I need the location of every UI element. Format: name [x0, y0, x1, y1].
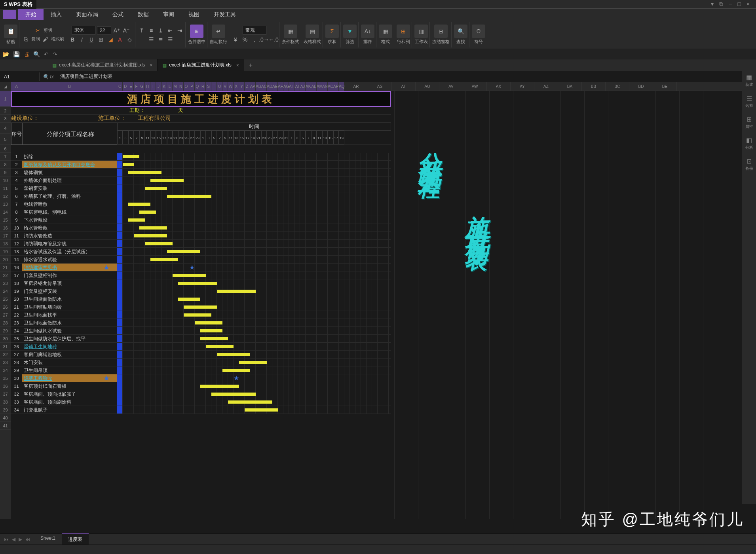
- col-header[interactable]: F: [134, 82, 139, 91]
- row-header[interactable]: 22: [0, 271, 11, 279]
- col-header[interactable]: AP: [333, 82, 339, 91]
- align-bot-icon[interactable]: ⤓: [157, 27, 165, 34]
- col-header[interactable]: C: [117, 82, 123, 91]
- task-name-cell[interactable]: 客房轻钢龙骨吊顶: [22, 279, 117, 287]
- fx-icon[interactable]: 🔍 fx: [40, 72, 57, 81]
- file-menu-icon[interactable]: [3, 10, 16, 19]
- menu-公式[interactable]: 公式: [105, 9, 131, 20]
- col-header[interactable]: U: [217, 82, 222, 91]
- task-name-cell[interactable]: 客房墙面、顶面批嵌腻子: [22, 390, 117, 398]
- task-row[interactable]: 18客房轻钢龙骨吊顶: [11, 279, 391, 287]
- dec-dec-icon[interactable]: ←.0: [270, 36, 277, 44]
- task-row[interactable]: 13给水管试压及保温（分层试压）: [11, 248, 391, 256]
- col-header[interactable]: AZ: [534, 82, 558, 91]
- freeze-icon[interactable]: ⊟: [434, 25, 448, 38]
- row-header[interactable]: 15: [0, 216, 11, 224]
- fill-color-icon[interactable]: ◢: [106, 36, 114, 44]
- task-row[interactable]: 7电线管暗敷: [11, 200, 391, 208]
- find-icon[interactable]: 🔍: [454, 25, 467, 38]
- window-maximize-icon[interactable]: □: [737, 1, 741, 8]
- sheet-tab[interactable]: Sheet1: [34, 533, 62, 545]
- copy-icon[interactable]: ⎘: [22, 35, 30, 43]
- task-name-cell[interactable]: 墙体砌筑: [22, 169, 117, 176]
- indent-dec-icon[interactable]: ⇤: [166, 27, 174, 34]
- filter-icon[interactable]: ▼: [343, 25, 357, 38]
- col-header[interactable]: AL: [311, 82, 317, 91]
- panel-分析[interactable]: ◧分析: [745, 137, 753, 150]
- col-header[interactable]: AV: [439, 82, 463, 91]
- sheet-nav-next-icon[interactable]: ▶: [19, 537, 22, 542]
- font-shrink-icon[interactable]: A⁻: [122, 27, 130, 34]
- font-size-select[interactable]: 22: [97, 27, 111, 34]
- task-name-cell[interactable]: 客房穿电线、弱电线: [22, 208, 117, 216]
- col-header[interactable]: BB: [582, 82, 606, 91]
- row-header[interactable]: 10: [0, 176, 11, 184]
- task-row[interactable]: 29卫生间吊顶: [11, 366, 391, 374]
- task-row[interactable]: 21卫生间铺贴墙面砖: [11, 303, 391, 311]
- tab-add-icon[interactable]: +: [244, 59, 257, 71]
- row-header[interactable]: 41: [0, 422, 11, 430]
- info-row[interactable]: 建设单位：施工单位：工程有限公司: [11, 115, 391, 123]
- col-header[interactable]: AN: [322, 82, 328, 91]
- col-header[interactable]: AG: [283, 82, 289, 91]
- row-header[interactable]: 21: [0, 264, 11, 271]
- task-row[interactable]: 2图纸复核及确认及召开项目交底会: [11, 161, 391, 169]
- sheet-nav-last-icon[interactable]: ⏭: [25, 537, 30, 542]
- qa-save-icon[interactable]: 💾: [13, 51, 20, 57]
- col-header[interactable]: R: [200, 82, 206, 91]
- task-name-cell[interactable]: 客房门廊铺贴地板: [22, 351, 117, 358]
- task-row[interactable]: 10给水管暗敷: [11, 224, 391, 232]
- qa-print-icon[interactable]: 🖨: [24, 51, 29, 57]
- panel-属性[interactable]: ⊞属性: [745, 116, 753, 129]
- paste-icon[interactable]: 📋: [4, 25, 17, 38]
- sum-icon[interactable]: Σ: [325, 25, 339, 38]
- row-header[interactable]: 2: [0, 107, 11, 115]
- col-header[interactable]: P: [189, 82, 195, 91]
- col-header[interactable]: T: [211, 82, 217, 91]
- row-header[interactable]: 26: [0, 303, 11, 311]
- task-name-cell[interactable]: 消防弱电布管及穿线: [22, 240, 117, 247]
- col-header[interactable]: Y: [239, 82, 245, 91]
- spreadsheet-grid[interactable]: 酒店项目施工进度计划表 工期：天建设单位：施工单位：工程有限公司序号分部分项工程…: [11, 91, 756, 519]
- symbol-icon[interactable]: Ω: [472, 25, 485, 38]
- col-header[interactable]: AA: [250, 82, 256, 91]
- condformat-icon[interactable]: ▦: [284, 25, 297, 38]
- panel-选择[interactable]: ☰选择: [745, 95, 753, 108]
- col-header[interactable]: G: [139, 82, 145, 91]
- underline-icon[interactable]: U: [87, 36, 95, 44]
- formatpainter-icon[interactable]: 🖌: [42, 35, 49, 43]
- task-row[interactable]: 26湿铺卫生间地砖: [11, 343, 391, 351]
- task-row[interactable]: 5塑钢窗安装: [11, 184, 391, 192]
- task-row[interactable]: 24卫生间做闭水试验: [11, 327, 391, 335]
- formula-value[interactable]: 酒店项目施工进度计划表: [57, 72, 116, 82]
- col-header[interactable]: BE: [653, 82, 677, 91]
- row-header[interactable]: 14: [0, 208, 11, 216]
- col-header[interactable]: AK: [306, 82, 311, 91]
- col-header[interactable]: Z: [245, 82, 250, 91]
- task-name-cell[interactable]: 客房顶封纸面石膏板: [22, 382, 117, 390]
- task-name-cell[interactable]: 卫生间铺贴墙面砖: [22, 303, 117, 311]
- qa-preview-icon[interactable]: 🔍: [33, 51, 40, 57]
- font-grow-icon[interactable]: A⁺: [113, 27, 121, 34]
- menu-视图[interactable]: 视图: [181, 9, 207, 20]
- col-header[interactable]: AH: [289, 82, 294, 91]
- indent-inc-icon[interactable]: ⇥: [176, 27, 184, 34]
- task-name-cell[interactable]: 卫生间地面做防水: [22, 319, 117, 326]
- task-name-cell[interactable]: 拆除: [22, 153, 117, 160]
- task-name-cell[interactable]: 电线管暗敷: [22, 200, 117, 208]
- col-header[interactable]: I: [150, 82, 156, 91]
- qa-redo-icon[interactable]: ↷: [53, 51, 57, 57]
- task-row[interactable]: 28木门安装: [11, 359, 391, 366]
- task-name-cell[interactable]: 卫生间墙面做防水: [22, 295, 117, 303]
- row-header[interactable]: 8: [0, 161, 11, 169]
- menu-数据[interactable]: 数据: [131, 9, 156, 20]
- task-name-cell[interactable]: 门套及壁柜制作: [22, 271, 117, 279]
- col-header[interactable]: J: [156, 82, 161, 91]
- bold-icon[interactable]: B: [68, 36, 76, 44]
- task-row[interactable]: 27客房门廊铺贴地板: [11, 351, 391, 359]
- task-name-cell[interactable]: 门套及壁柜安装: [22, 287, 117, 295]
- currency-icon[interactable]: ¥: [232, 36, 239, 44]
- merge-icon[interactable]: ⊞: [190, 25, 203, 38]
- row-header[interactable]: 37: [0, 390, 11, 398]
- task-name-cell[interactable]: 门套批腻子: [22, 406, 117, 414]
